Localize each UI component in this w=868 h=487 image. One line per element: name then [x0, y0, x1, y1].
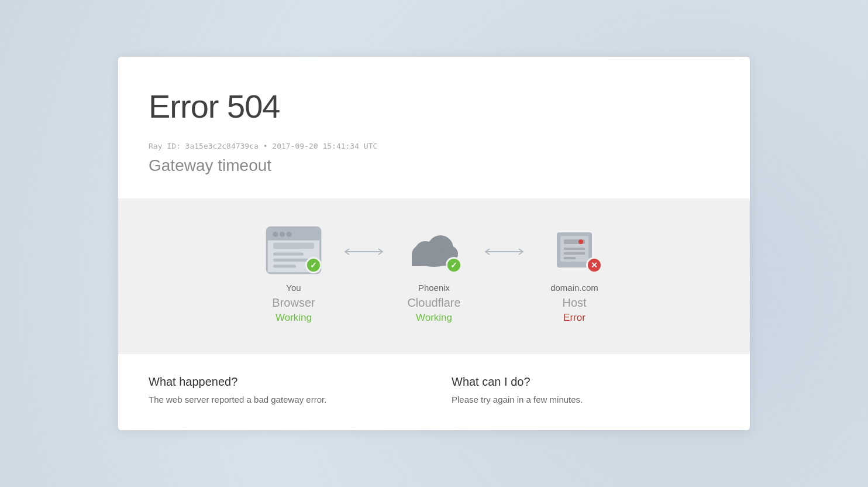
svg-rect-12 [273, 265, 296, 267]
svg-rect-26 [564, 257, 576, 259]
cloudflare-status-badge: ✓ [446, 257, 462, 273]
svg-point-7 [280, 231, 285, 236]
error-title: Error 504 [149, 87, 719, 125]
browser-node-name: You [286, 283, 301, 293]
cloudflare-node: ✓ Phoenix Cloudflare Working [387, 227, 481, 324]
cando-desc: Please try again in a few minutes. [452, 395, 719, 404]
ray-id: Ray ID: 3a15e3c2c84739ca • 2017-09-20 15… [149, 142, 719, 150]
host-status-badge: ✕ [586, 257, 602, 273]
svg-rect-9 [273, 242, 314, 248]
svg-rect-24 [564, 248, 585, 250]
browser-node: ✓ You Browser Working [247, 227, 340, 324]
host-node-name: domain.com [550, 283, 598, 293]
cloudflare-node-type: Cloudflare [407, 296, 460, 310]
status-section: ✓ You Browser Working [118, 198, 750, 354]
browser-status-badge: ✓ [305, 257, 322, 273]
arrow-1 [340, 246, 387, 258]
status-row: ✓ You Browser Working [247, 227, 621, 324]
cando-title: What can I do? [452, 375, 719, 389]
error-card: Error 504 Ray ID: 3a15e3c2c84739ca • 201… [118, 57, 750, 430]
arrow-2 [481, 246, 528, 258]
card-footer: What happened? The web server reported a… [118, 354, 750, 430]
cando-section: What can I do? Please try again in a few… [452, 375, 719, 404]
svg-rect-25 [564, 252, 585, 255]
host-icon-wrapper: ✕ [546, 227, 602, 273]
svg-rect-10 [273, 252, 304, 255]
happened-title: What happened? [149, 375, 416, 389]
host-node-status: Error [563, 312, 585, 324]
svg-point-8 [287, 231, 292, 236]
card-header: Error 504 Ray ID: 3a15e3c2c84739ca • 201… [118, 57, 750, 198]
cloudflare-node-name: Phoenix [418, 283, 450, 293]
cloudflare-node-status: Working [416, 312, 452, 324]
gateway-timeout: Gateway timeout [149, 156, 719, 175]
svg-point-6 [273, 231, 278, 236]
happened-section: What happened? The web server reported a… [149, 375, 416, 404]
host-node: ✕ domain.com Host Error [528, 227, 621, 324]
host-node-type: Host [562, 296, 586, 310]
browser-node-status: Working [275, 312, 312, 324]
browser-icon-wrapper: ✓ [266, 227, 322, 273]
cloudflare-icon-wrapper: ✓ [406, 227, 462, 273]
svg-point-23 [578, 239, 583, 244]
happened-desc: The web server reported a bad gateway er… [149, 395, 416, 404]
browser-node-type: Browser [272, 296, 315, 310]
